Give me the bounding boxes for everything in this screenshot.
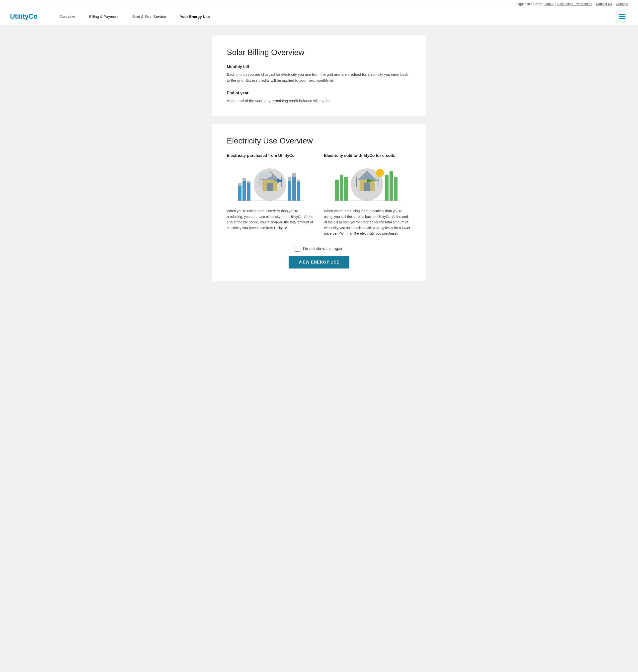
monthly-body: Each month you are charged for electrici… <box>227 71 411 83</box>
purchased-heading: Electricity purchased from UtilityCo <box>227 153 314 158</box>
sold-diagram <box>324 163 411 203</box>
accounts-link[interactable]: Accounts & Preferences <box>557 2 592 6</box>
eoy-heading: End of year <box>227 91 411 96</box>
nav-energy-use[interactable]: Your Energy Use <box>173 9 217 24</box>
svg-rect-21 <box>297 182 300 201</box>
outages-link[interactable]: Outages <box>616 2 628 6</box>
eu-grid: Electricity purchased from UtilityCo <box>227 153 411 236</box>
electricity-card: Electricity Use Overview Electricity pur… <box>212 124 426 281</box>
purchased-diagram <box>227 163 314 203</box>
nav-links: Overview Billing & Payment Start & Stop … <box>53 9 617 24</box>
do-not-show-row: Do not show this again <box>227 246 411 252</box>
main-content: Solar Billing Overview Monthly bill Each… <box>207 35 431 281</box>
nav-start-stop[interactable]: Start & Stop Service <box>125 9 173 24</box>
sold-body: When you're producing more electricity t… <box>324 208 411 236</box>
svg-rect-50 <box>389 171 393 201</box>
svg-rect-26 <box>335 179 339 201</box>
hamburger-line-1 <box>619 14 625 15</box>
hamburger-line-2 <box>619 16 625 17</box>
logged-in-text: Logged in as Jane <box>516 2 542 6</box>
solar-billing-card: Solar Billing Overview Monthly bill Each… <box>212 35 426 116</box>
solar-card-title: Solar Billing Overview <box>227 48 411 57</box>
svg-rect-19 <box>288 181 291 201</box>
purchased-col: Electricity purchased from UtilityCo <box>227 153 314 236</box>
svg-rect-27 <box>340 175 343 201</box>
svg-rect-20 <box>292 177 296 201</box>
top-bar: Logged in as Jane Logout | Accounts & Pr… <box>0 0 638 8</box>
svg-point-36 <box>376 169 384 177</box>
do-not-show-label[interactable]: Do not show this again <box>303 246 343 251</box>
svg-line-42 <box>384 176 384 177</box>
svg-point-14 <box>264 172 272 177</box>
svg-rect-51 <box>394 177 398 201</box>
svg-rect-5 <box>247 183 250 201</box>
purchased-body: When you're using more electricity than … <box>227 208 314 231</box>
svg-rect-49 <box>385 175 388 201</box>
sold-heading: Electricity sold to UtilityCo for credit… <box>324 153 411 158</box>
logo[interactable]: UtilityCo <box>10 8 38 25</box>
eoy-body: At the end of the year, any remaining cr… <box>227 98 411 104</box>
hamburger-menu[interactable] <box>617 12 628 21</box>
svg-rect-9 <box>267 183 273 191</box>
hamburger-line-3 <box>619 18 625 19</box>
svg-line-41 <box>376 169 376 169</box>
contact-link[interactable]: Contact Us <box>596 2 612 6</box>
svg-rect-3 <box>238 186 241 201</box>
logout-link[interactable]: Logout <box>543 2 554 6</box>
do-not-show-checkbox[interactable] <box>295 246 300 252</box>
svg-rect-32 <box>364 183 370 191</box>
svg-line-43 <box>384 169 384 169</box>
electricity-card-title: Electricity Use Overview <box>227 136 411 145</box>
svg-rect-28 <box>344 177 348 201</box>
sold-col: Electricity sold to UtilityCo for credit… <box>324 153 411 236</box>
view-energy-use-button[interactable]: VIEW ENERGY USE <box>289 256 350 269</box>
monthly-heading: Monthly bill <box>227 65 411 69</box>
nav-overview[interactable]: Overview <box>53 9 82 24</box>
nav-bar: UtilityCo Overview Billing & Payment Sta… <box>0 8 638 25</box>
nav-billing[interactable]: Billing & Payment <box>82 9 125 24</box>
svg-rect-4 <box>242 181 246 201</box>
